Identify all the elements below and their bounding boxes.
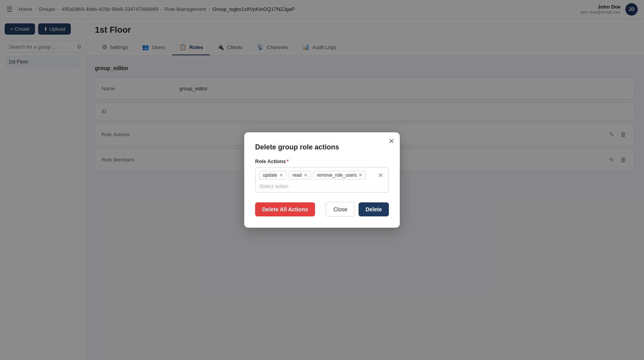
tag-read: read ✕ [289,171,311,179]
modal: Delete group role actions ✕ Role Actions… [244,132,400,228]
modal-title: Delete group role actions [255,143,389,151]
remove-tag-update[interactable]: ✕ [279,173,283,177]
remove-tag-read[interactable]: ✕ [304,173,308,177]
modal-actions: Delete All Actions Close Delete [255,202,389,217]
tag-update: update ✕ [259,171,287,179]
close-button[interactable]: Close [326,202,355,217]
select-placeholder: Select action [259,183,288,189]
delete-button[interactable]: Delete [359,202,389,216]
clear-all-tags-button[interactable]: ✕ [376,172,385,179]
tag-input-container[interactable]: update ✕ read ✕ remove_role_users ✕ ✕ Se… [255,167,389,193]
close-icon[interactable]: ✕ [388,138,394,145]
tag-remove-role-users: remove_role_users ✕ [313,171,366,179]
modal-overlay: Delete group role actions ✕ Role Actions… [0,0,644,360]
required-star: * [287,158,289,164]
remove-tag-remove-role-users[interactable]: ✕ [359,173,362,177]
role-actions-label: Role Actions* [255,158,389,164]
delete-all-actions-button[interactable]: Delete All Actions [255,202,315,216]
